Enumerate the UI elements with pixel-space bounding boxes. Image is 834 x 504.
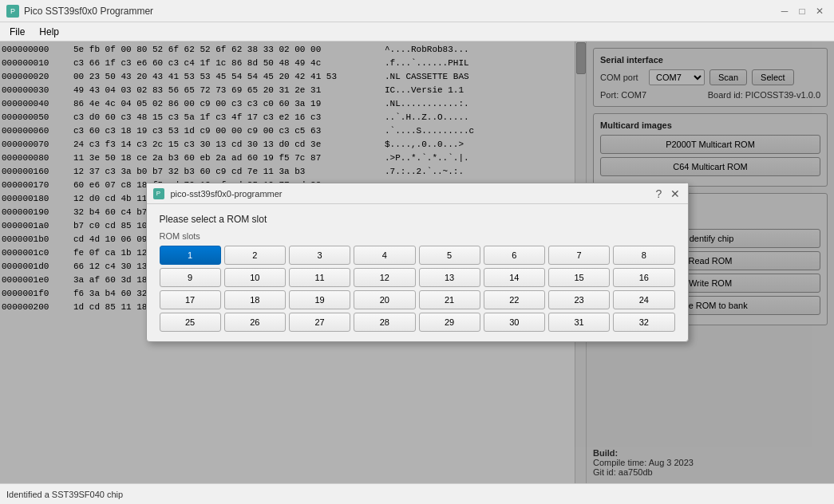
- slot-button-26[interactable]: 26: [224, 313, 286, 332]
- slots-label: ROM slots: [160, 231, 675, 241]
- slot-button-10[interactable]: 10: [224, 268, 286, 287]
- modal-help-button[interactable]: ?: [653, 187, 666, 200]
- slot-button-21[interactable]: 21: [419, 290, 480, 309]
- file-menu[interactable]: File: [3, 25, 31, 39]
- title-bar: P Pico SST39sf0x0 Programmer ─ □ ✕: [0, 0, 834, 22]
- slot-button-20[interactable]: 20: [354, 290, 415, 309]
- modal-body: Please select a ROM slot ROM slots 12345…: [147, 204, 688, 341]
- slot-button-13[interactable]: 13: [419, 268, 480, 287]
- window-controls: ─ □ ✕: [777, 4, 828, 18]
- minimize-button[interactable]: ─: [777, 4, 792, 18]
- slot-button-18[interactable]: 18: [224, 290, 286, 309]
- slot-button-27[interactable]: 27: [289, 313, 350, 332]
- slot-button-11[interactable]: 11: [289, 268, 350, 287]
- slot-button-2[interactable]: 2: [224, 246, 286, 265]
- slot-button-22[interactable]: 22: [484, 290, 545, 309]
- slot-button-1[interactable]: 1: [160, 246, 221, 265]
- status-text: Identified a SST39SF040 chip: [6, 490, 123, 499]
- modal-title-text: pico-sst39sf0x0-programmer: [171, 189, 283, 199]
- menu-bar: File Help: [0, 22, 834, 41]
- slot-button-29[interactable]: 29: [419, 313, 480, 332]
- slot-button-16[interactable]: 16: [613, 268, 674, 287]
- close-button[interactable]: ✕: [812, 4, 828, 18]
- slots-grid: 1234567891011121314151617181920212223242…: [160, 246, 675, 332]
- window-title: Pico SST39sf0x0 Programmer: [24, 6, 153, 17]
- slot-button-8[interactable]: 8: [613, 246, 674, 265]
- modal-controls: ? ✕: [653, 187, 682, 200]
- slot-button-4[interactable]: 4: [354, 246, 415, 265]
- slot-button-31[interactable]: 31: [548, 313, 610, 332]
- slot-button-17[interactable]: 17: [160, 290, 221, 309]
- modal-title-left: P pico-sst39sf0x0-programmer: [153, 188, 283, 199]
- slot-button-12[interactable]: 12: [354, 268, 415, 287]
- slot-button-5[interactable]: 5: [419, 246, 480, 265]
- slot-button-24[interactable]: 24: [613, 290, 674, 309]
- slot-button-25[interactable]: 25: [160, 313, 221, 332]
- slot-button-9[interactable]: 9: [160, 268, 221, 287]
- modal-titlebar: P pico-sst39sf0x0-programmer ? ✕: [147, 183, 688, 204]
- modal-prompt: Please select a ROM slot: [160, 214, 675, 225]
- slot-button-14[interactable]: 14: [484, 268, 545, 287]
- slot-button-30[interactable]: 30: [484, 313, 545, 332]
- slot-button-7[interactable]: 7: [548, 246, 610, 265]
- title-bar-left: P Pico SST39sf0x0 Programmer: [6, 5, 153, 18]
- maximize-button[interactable]: □: [794, 4, 810, 18]
- help-menu[interactable]: Help: [33, 25, 65, 39]
- slot-button-15[interactable]: 15: [548, 268, 610, 287]
- slot-button-32[interactable]: 32: [613, 313, 674, 332]
- app-icon: P: [6, 5, 19, 18]
- modal-close-button[interactable]: ✕: [669, 187, 682, 200]
- slot-button-23[interactable]: 23: [548, 290, 610, 309]
- slot-button-19[interactable]: 19: [289, 290, 350, 309]
- status-bar: Identified a SST39SF040 chip: [0, 483, 834, 504]
- slot-button-3[interactable]: 3: [289, 246, 350, 265]
- slot-button-6[interactable]: 6: [484, 246, 545, 265]
- rom-slot-modal: P pico-sst39sf0x0-programmer ? ✕ Please …: [146, 183, 689, 342]
- modal-overlay: P pico-sst39sf0x0-programmer ? ✕ Please …: [0, 41, 834, 483]
- modal-icon: P: [153, 188, 164, 199]
- slot-button-28[interactable]: 28: [354, 313, 415, 332]
